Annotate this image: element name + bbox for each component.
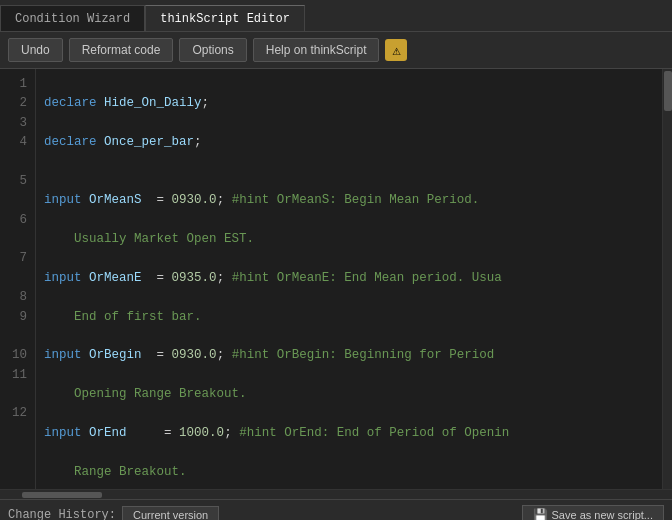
save-icon: 💾	[533, 508, 548, 521]
status-bar: Change History: Current version 💾 Save a…	[0, 499, 672, 520]
save-script-button[interactable]: 💾 Save as new script...	[522, 505, 665, 521]
horizontal-scrollbar[interactable]	[0, 489, 672, 499]
tab-thinkscript-editor[interactable]: thinkScript Editor	[145, 5, 305, 31]
current-version-button[interactable]: Current version	[122, 506, 219, 521]
status-right: 💾 Save as new script...	[522, 505, 665, 521]
save-label: Save as new script...	[552, 509, 654, 521]
vertical-scrollbar[interactable]	[662, 69, 672, 489]
reformat-button[interactable]: Reformat code	[69, 38, 174, 62]
editor-container: 1 2 3 4 5 6 7 8 9 10 11 12 declare Hide_…	[0, 69, 672, 489]
code-editor[interactable]: declare Hide_On_Daily; declare Once_per_…	[36, 69, 662, 489]
scrollbar-h-thumb[interactable]	[22, 492, 102, 498]
undo-button[interactable]: Undo	[8, 38, 63, 62]
tab-condition-wizard[interactable]: Condition Wizard	[0, 5, 145, 31]
tab-label: thinkScript Editor	[160, 12, 290, 26]
status-left: Change History: Current version	[8, 506, 219, 521]
options-button[interactable]: Options	[179, 38, 246, 62]
help-button[interactable]: Help on thinkScript	[253, 38, 380, 62]
tab-bar: Condition Wizard thinkScript Editor	[0, 0, 672, 32]
toolbar: Undo Reformat code Options Help on think…	[0, 32, 672, 69]
line-numbers: 1 2 3 4 5 6 7 8 9 10 11 12	[0, 69, 36, 489]
change-history-label: Change History:	[8, 508, 116, 521]
tab-label: Condition Wizard	[15, 12, 130, 26]
warning-icon: ⚠	[385, 39, 407, 61]
scrollbar-thumb[interactable]	[664, 71, 672, 111]
